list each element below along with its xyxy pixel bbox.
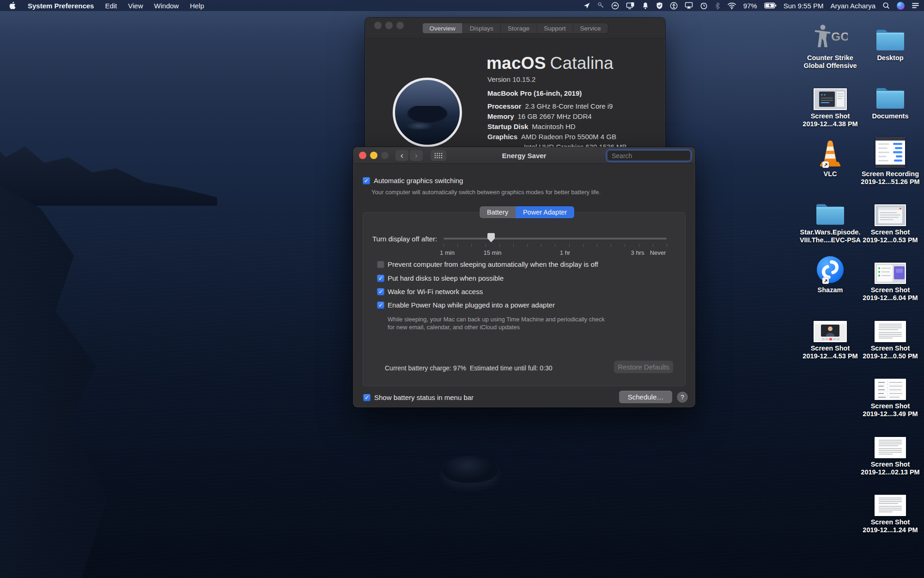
tab-service[interactable]: Service xyxy=(573,23,608,33)
desktop-icon-label: Counter StrikeGlobal Offensive xyxy=(803,54,857,69)
display-mirroring-icon[interactable] xyxy=(626,0,635,11)
tab-battery[interactable]: Battery xyxy=(480,206,516,218)
notifications-bell-icon[interactable] xyxy=(642,0,649,11)
close-button[interactable] xyxy=(359,152,366,159)
spotlight-search-icon[interactable] xyxy=(882,0,890,11)
desktop-icon-screen-shot[interactable]: Screen Shot2019-12...1.24 PM xyxy=(858,482,923,534)
shot-table-icon xyxy=(875,366,906,400)
tab-storage[interactable]: Storage xyxy=(501,23,537,33)
menubar-clock[interactable]: Sun 9:55 PM xyxy=(784,2,824,10)
checkbox-label: Wake for Wi-Fi network access xyxy=(388,288,483,295)
shield-check-icon[interactable] xyxy=(656,0,663,11)
desktop-icon-label: Documents xyxy=(872,112,909,120)
shot-doc-icon xyxy=(875,482,906,516)
menu-view[interactable]: View xyxy=(128,2,143,10)
desktop-icon-label: Screen Shot2019-12...6.04 PM xyxy=(863,286,918,301)
menubar-app-name[interactable]: System Preferences xyxy=(28,2,94,10)
display-off-slider-thumb[interactable] xyxy=(487,233,495,242)
airplay-icon[interactable] xyxy=(685,0,693,11)
desktop-icon-screen-shot[interactable]: Screen Shot2019-12...3.49 PM xyxy=(858,366,923,418)
csgo-icon: GO xyxy=(813,18,848,52)
energy-titlebar[interactable]: ‹ › Energy Saver xyxy=(353,147,695,164)
key-icon[interactable] xyxy=(597,0,604,11)
desktop-icon-screen-shot[interactable]: Screen Shot2019-12...02.13 PM xyxy=(858,424,923,476)
tab-displays[interactable]: Displays xyxy=(463,23,501,33)
menu-edit[interactable]: Edit xyxy=(105,2,117,10)
menu-help[interactable]: Help xyxy=(190,2,204,10)
about-tab-bar: OverviewDisplaysStorageSupportService xyxy=(422,23,608,34)
desktop-icon-desktop[interactable]: Desktop xyxy=(858,18,923,62)
show-all-preferences-button[interactable] xyxy=(431,150,446,161)
accessibility-icon[interactable] xyxy=(670,0,678,11)
sleep-option-row[interactable]: ✓Enable Power Nap while plugged into a p… xyxy=(377,301,555,309)
apple-menu-icon[interactable] xyxy=(9,0,17,11)
tab-support[interactable]: Support xyxy=(537,23,573,33)
battery-charging-icon[interactable] xyxy=(764,0,777,11)
auto-graphics-checkbox[interactable]: ✓ xyxy=(363,177,370,184)
desktop-icon-vlc[interactable]: VLC xyxy=(798,134,863,178)
sleep-option-row[interactable]: ✓Put hard disks to sleep when possible xyxy=(377,274,504,282)
desktop-icon-screen-recording[interactable]: Screen Recording2019-12...51.26 PM xyxy=(858,134,923,185)
forward-button[interactable]: › xyxy=(410,150,423,161)
bluetooth-icon[interactable] xyxy=(715,0,720,11)
checkbox[interactable]: ✓ xyxy=(377,301,384,309)
notification-center-icon[interactable] xyxy=(912,0,919,11)
search-input[interactable] xyxy=(612,152,695,160)
desktop-icon-screen-shot[interactable]: Screen Shot2019-12...0.53 PM xyxy=(858,192,923,244)
help-button[interactable]: ? xyxy=(677,392,688,403)
creative-cloud-icon[interactable] xyxy=(611,0,619,11)
desktop-icon-counter-strike[interactable]: GOCounter StrikeGlobal Offensive xyxy=(798,18,863,69)
desktop-icon-label: Screen Shot2019-12...0.50 PM xyxy=(863,344,918,360)
desktop-icon-documents[interactable]: Documents xyxy=(858,76,923,120)
minimize-button[interactable] xyxy=(385,22,393,29)
tab-overview[interactable]: Overview xyxy=(423,23,463,33)
zoom-button[interactable] xyxy=(396,22,404,29)
zoom-button[interactable] xyxy=(381,152,389,159)
tick-label-1hr: 1 hr xyxy=(560,249,570,256)
search-field[interactable] xyxy=(607,150,691,161)
location-icon[interactable] xyxy=(583,0,590,11)
show-battery-status-row[interactable]: ✓ Show battery status in menu bar xyxy=(363,394,474,401)
sleep-option-row[interactable]: ✓Wake for Wi-Fi network access xyxy=(377,288,483,295)
desktop-icon-label: Shazam xyxy=(818,286,843,294)
menu-window[interactable]: Window xyxy=(154,2,179,10)
schedule-button[interactable]: Schedule… xyxy=(619,391,672,403)
shot-window2-icon xyxy=(875,192,906,226)
menu-bar: System Preferences Edit View Window Help xyxy=(0,0,924,11)
auto-graphics-description: Your computer will automatically switch … xyxy=(371,189,601,196)
about-titlebar[interactable]: OverviewDisplaysStorageSupportService xyxy=(365,18,665,39)
shazam-icon xyxy=(816,250,845,284)
tick-label-15min: 15 min xyxy=(483,249,501,256)
desktop-icon-shazam[interactable]: Shazam xyxy=(798,250,863,294)
desktop-icon-screen-shot[interactable]: Screen Shot2019-12...0.50 PM xyxy=(858,308,923,360)
desktop: System Preferences Edit View Window Help xyxy=(0,0,924,578)
alias-arrow-badge xyxy=(822,277,829,284)
checkbox[interactable]: ✓ xyxy=(377,261,384,268)
menubar-user-name[interactable]: Aryan Acharya xyxy=(830,2,875,10)
time-machine-icon[interactable] xyxy=(700,0,708,11)
minimize-button[interactable] xyxy=(370,152,377,159)
tab-power-adapter[interactable]: Power Adapter xyxy=(516,206,574,218)
display-off-slider-label: Turn display off after: xyxy=(372,235,437,243)
siri-icon[interactable] xyxy=(897,0,905,11)
sleep-option-row[interactable]: ✓Prevent computer from sleeping automati… xyxy=(377,260,598,268)
wifi-icon[interactable] xyxy=(727,0,736,11)
folder-icon xyxy=(875,18,906,52)
shot-chat-icon xyxy=(875,134,905,168)
shot-window3-icon xyxy=(875,250,906,284)
auto-graphics-row[interactable]: ✓ Automatic graphics switching xyxy=(363,177,463,184)
checkbox[interactable]: ✓ xyxy=(377,275,384,282)
alias-arrow-badge xyxy=(822,161,829,168)
close-button[interactable] xyxy=(374,22,382,29)
desktop-icon-screen-shot[interactable]: Screen Shot2019-12...6.04 PM xyxy=(858,250,923,301)
desktop-icon-screen-shot[interactable]: Screen Shot2019-12...4.53 PM xyxy=(798,308,863,360)
checkbox[interactable]: ✓ xyxy=(377,288,384,295)
restore-defaults-button[interactable]: Restore Defaults xyxy=(614,361,673,373)
battery-percent[interactable]: 97% xyxy=(743,2,757,10)
display-off-slider-track[interactable] xyxy=(444,238,667,240)
back-button[interactable]: ‹ xyxy=(395,150,408,161)
desktop-icon-star-wars-episode-[interactable]: Star.Wars.Episode.VIII.The....EVC-PSA xyxy=(798,192,863,244)
power-source-tabs: Battery Power Adapter xyxy=(480,206,574,218)
desktop-icon-screen-shot[interactable]: Screen Shot2019-12...4.38 PM xyxy=(798,76,863,128)
show-battery-status-checkbox[interactable]: ✓ xyxy=(363,394,371,401)
